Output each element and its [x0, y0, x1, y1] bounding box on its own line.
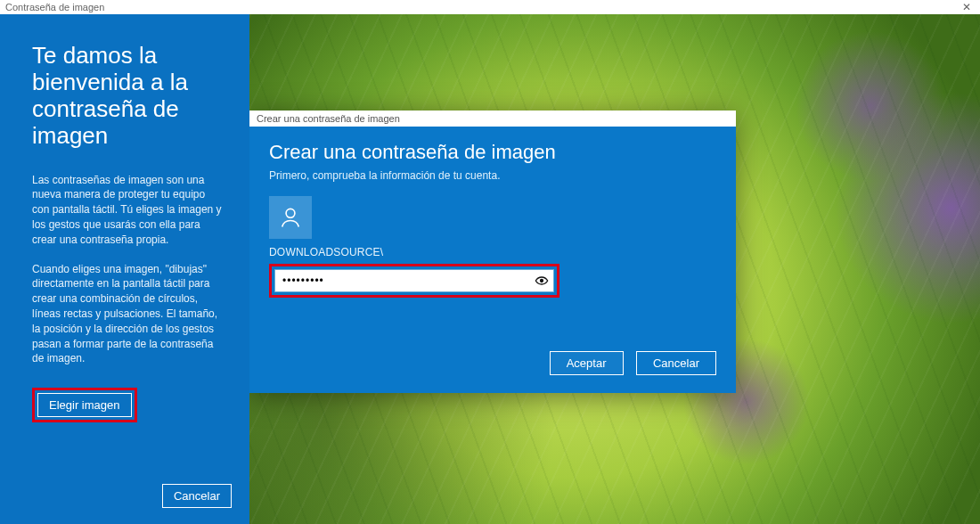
welcome-para2: Cuando eliges una imagen, "dibujas" dire…	[32, 262, 223, 367]
choose-image-highlight: Elegir imagen	[32, 388, 137, 422]
close-icon[interactable]: ✕	[959, 1, 975, 13]
welcome-cancel-button[interactable]: Cancelar	[162, 484, 232, 508]
accept-button[interactable]: Aceptar	[550, 351, 624, 375]
main-container: Te damos la bienvenida a la contraseña d…	[0, 14, 980, 524]
choose-image-button[interactable]: Elegir imagen	[37, 393, 132, 417]
svg-point-0	[286, 209, 295, 217]
password-highlight	[269, 264, 559, 298]
dialog-cancel-button[interactable]: Cancelar	[636, 351, 716, 375]
welcome-para1: Las contraseñas de imagen son una nueva …	[32, 173, 223, 248]
window-title: Contraseña de imagen	[5, 2, 104, 12]
window-titlebar: Contraseña de imagen ✕	[0, 0, 980, 14]
welcome-panel: Te damos la bienvenida a la contraseña d…	[0, 14, 249, 524]
create-password-dialog: Crear una contraseña de imagen Crear una…	[249, 111, 736, 393]
dialog-titlebar: Crear una contraseña de imagen	[249, 111, 736, 127]
dialog-actions: Aceptar Cancelar	[269, 298, 716, 375]
welcome-heading: Te damos la bienvenida a la contraseña d…	[32, 43, 223, 150]
password-row	[274, 269, 554, 292]
dialog-heading: Crear una contraseña de imagen	[269, 141, 716, 164]
reveal-password-icon[interactable]	[530, 270, 553, 291]
username-label: DOWNLOADSOURCE\	[269, 246, 716, 258]
dialog-body: Crear una contraseña de imagen Primero, …	[249, 127, 736, 393]
background-image-area: Crear una contraseña de imagen Crear una…	[249, 14, 980, 524]
dialog-subtitle: Primero, comprueba la información de tu …	[269, 169, 716, 182]
svg-point-1	[541, 280, 543, 282]
password-input[interactable]	[275, 274, 530, 287]
user-avatar-icon	[269, 196, 312, 239]
